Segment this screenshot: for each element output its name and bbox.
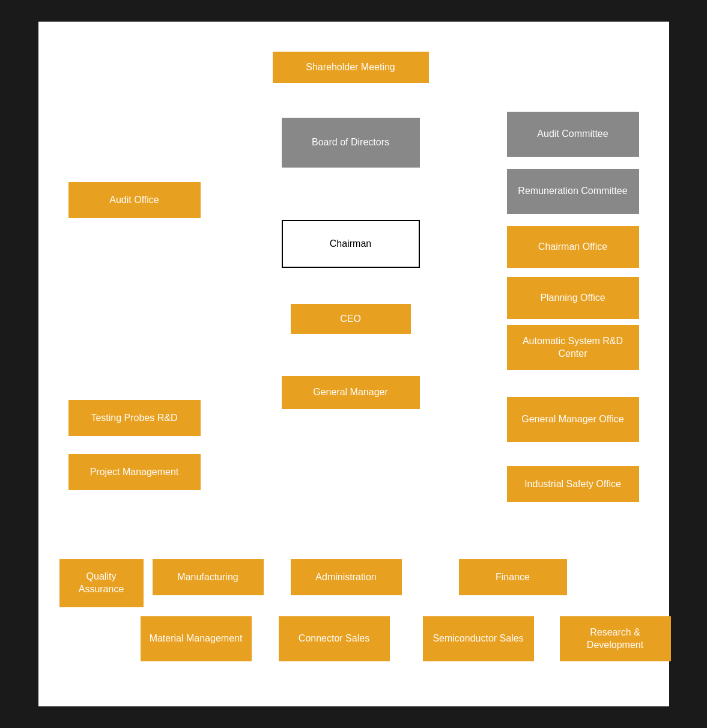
audit-committee-box: Audit Committee xyxy=(507,112,639,157)
board-of-directors-box: Board of Directors xyxy=(282,118,420,168)
ceo-box: CEO xyxy=(291,304,411,334)
project-management-box: Project Management xyxy=(68,454,201,490)
audit-office-box: Audit Office xyxy=(68,182,201,218)
connector-sales-box: Connector Sales xyxy=(279,616,390,661)
administration-box: Administration xyxy=(291,559,402,595)
chairman-box: Chairman xyxy=(282,220,420,268)
material-management-box: Material Management xyxy=(141,616,252,661)
planning-office-box: Planning Office xyxy=(507,277,639,319)
industrial-safety-box: Industrial Safety Office xyxy=(507,466,639,502)
semiconductor-sales-box: Semiconductor Sales xyxy=(423,616,534,661)
automatic-system-box: Automatic System R&D Center xyxy=(507,325,639,370)
quality-assurance-box: Quality Assurance xyxy=(59,559,144,607)
remuneration-committee-box: Remuneration Committee xyxy=(507,169,639,214)
general-manager-box: General Manager xyxy=(282,376,420,409)
research-development-box: Research & Development xyxy=(560,616,671,661)
testing-probes-box: Testing Probes R&D xyxy=(68,400,201,436)
manufacturing-box: Manufacturing xyxy=(153,559,264,595)
finance-box: Finance xyxy=(459,559,567,595)
chart-container: Shareholder Meeting Board of Directors A… xyxy=(38,22,669,706)
shareholder-meeting-box: Shareholder Meeting xyxy=(273,52,429,83)
chairman-office-box: Chairman Office xyxy=(507,226,639,268)
general-manager-office-box: General Manager Office xyxy=(507,397,639,442)
